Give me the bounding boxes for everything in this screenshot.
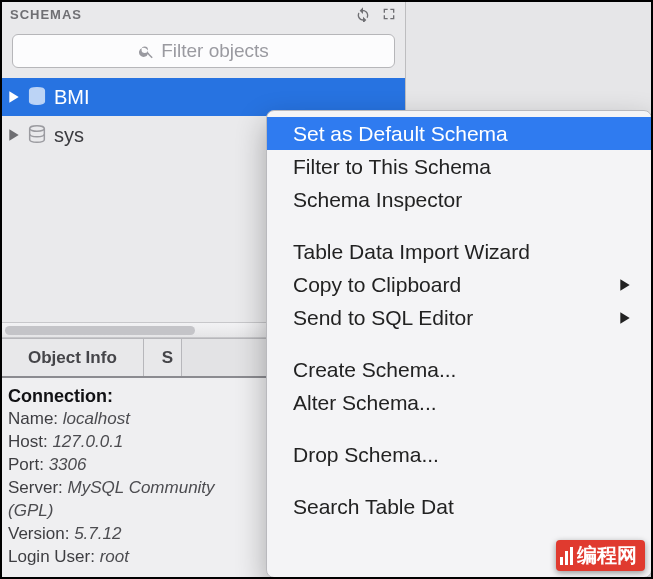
refresh-icon[interactable] — [355, 6, 371, 22]
tab-object-info[interactable]: Object Info — [2, 339, 144, 376]
search-placeholder: Filter objects — [161, 40, 269, 62]
menu-alter-schema[interactable]: Alter Schema... — [267, 386, 651, 419]
menu-set-default-schema[interactable]: Set as Default Schema — [267, 117, 651, 150]
expand-icon[interactable] — [381, 6, 397, 22]
menu-import-wizard[interactable]: Table Data Import Wizard — [267, 235, 651, 268]
header-icons — [355, 6, 397, 22]
menu-search-table-data[interactable]: Search Table Dat — [267, 490, 651, 523]
search-input[interactable]: Filter objects — [12, 34, 395, 68]
database-icon — [26, 86, 48, 108]
menu-create-schema[interactable]: Create Schema... — [267, 353, 651, 386]
schemas-header: SCHEMAS — [2, 2, 405, 28]
tab-second[interactable]: S — [144, 339, 182, 376]
menu-schema-inspector[interactable]: Schema Inspector — [267, 183, 651, 216]
disclosure-triangle-icon — [8, 128, 20, 142]
watermark-text: 编程网 — [577, 542, 637, 569]
disclosure-triangle-icon — [8, 90, 20, 104]
search-icon — [138, 43, 155, 60]
menu-drop-schema[interactable]: Drop Schema... — [267, 438, 651, 471]
menu-copy-clipboard[interactable]: Copy to Clipboard — [267, 268, 651, 301]
watermark-bars-icon — [560, 547, 573, 565]
menu-copy-clipboard-label: Copy to Clipboard — [293, 273, 461, 297]
search-row: Filter objects — [2, 28, 405, 78]
chevron-right-icon — [619, 311, 631, 325]
database-icon — [26, 124, 48, 146]
schema-label: sys — [54, 124, 84, 147]
watermark-badge: 编程网 — [556, 540, 645, 571]
schema-label: BMI — [54, 86, 90, 109]
menu-sql-editor[interactable]: Send to SQL Editor — [267, 301, 651, 334]
svg-point-1 — [30, 126, 45, 131]
schemas-title: SCHEMAS — [10, 7, 82, 22]
chevron-right-icon — [619, 278, 631, 292]
menu-sql-editor-label: Send to SQL Editor — [293, 306, 473, 330]
scrollbar-thumb[interactable] — [5, 326, 195, 335]
context-menu: Set as Default Schema Filter to This Sch… — [266, 110, 652, 578]
menu-filter-schema[interactable]: Filter to This Schema — [267, 150, 651, 183]
